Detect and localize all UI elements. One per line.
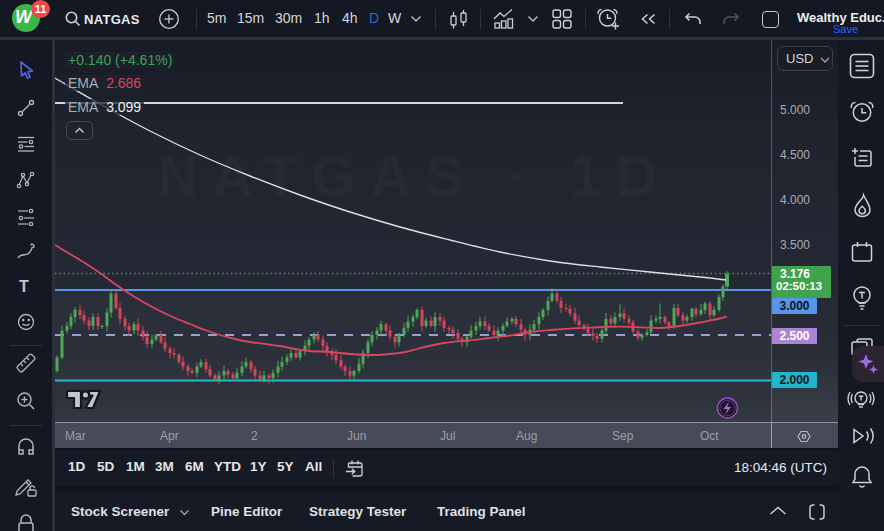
svg-text:NATGAS · 1D: NATGAS · 1D: [157, 144, 671, 208]
